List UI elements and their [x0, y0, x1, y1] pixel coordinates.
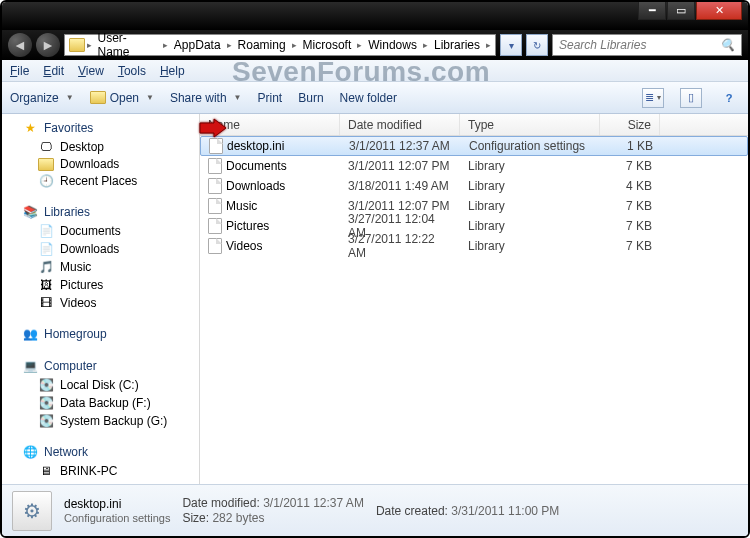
breadcrumb-segment[interactable]: Libraries: [430, 38, 484, 52]
file-row[interactable]: desktop.ini3/1/2011 12:37 AMConfiguratio…: [200, 136, 748, 156]
file-icon: [208, 238, 222, 254]
sidebar-item-downloads[interactable]: Downloads: [2, 156, 199, 172]
details-modified-label: Date modified:: [182, 496, 259, 510]
menu-view[interactable]: View: [78, 64, 104, 78]
open-button[interactable]: Open▼: [90, 91, 154, 105]
column-type[interactable]: Type: [460, 114, 600, 135]
command-bar: Organize▼ Open▼ Share with▼ Print Burn N…: [2, 82, 748, 114]
column-size[interactable]: Size: [600, 114, 660, 135]
file-row[interactable]: Videos3/27/2011 12:22 AMLibrary7 KB: [200, 236, 748, 256]
column-headers: Name Date modified Type Size: [200, 114, 748, 136]
refresh-button[interactable]: ↻: [526, 34, 548, 56]
file-row[interactable]: Downloads3/18/2011 1:49 AMLibrary4 KB: [200, 176, 748, 196]
details-filetype: Configuration settings: [64, 512, 170, 524]
document-icon: 📄: [38, 241, 54, 257]
chevron-right-icon[interactable]: ▸: [227, 40, 232, 50]
menu-file[interactable]: File: [10, 64, 29, 78]
drive-icon: 💽: [38, 377, 54, 393]
sidebar-item-pictures[interactable]: 🖼Pictures: [2, 276, 199, 294]
file-size: 7 KB: [600, 159, 660, 173]
menu-help[interactable]: Help: [160, 64, 185, 78]
column-name[interactable]: Name: [200, 114, 340, 135]
file-list-pane: Name Date modified Type Size desktop.ini…: [200, 114, 748, 484]
sidebar-homegroup[interactable]: 👥Homegroup: [2, 324, 199, 344]
help-button[interactable]: ?: [718, 88, 740, 108]
sidebar-favorites[interactable]: ★Favorites: [2, 118, 199, 138]
file-type: Library: [460, 179, 600, 193]
print-button[interactable]: Print: [258, 91, 283, 105]
chevron-right-icon[interactable]: ▸: [87, 40, 92, 50]
preview-pane-button[interactable]: ▯: [680, 88, 702, 108]
drive-icon: 💽: [38, 395, 54, 411]
file-date: 3/1/2011 12:37 AM: [341, 139, 461, 153]
breadcrumb-segment[interactable]: Roaming: [234, 38, 290, 52]
file-type: Library: [460, 219, 600, 233]
chevron-right-icon[interactable]: ▸: [357, 40, 362, 50]
sidebar-item-music[interactable]: 🎵Music: [2, 258, 199, 276]
file-name: Documents: [226, 159, 287, 173]
sidebar-item-drive-f[interactable]: 💽Data Backup (F:): [2, 394, 199, 412]
file-row[interactable]: Music3/1/2011 12:07 PMLibrary7 KB: [200, 196, 748, 216]
forward-button[interactable]: ►: [36, 33, 60, 57]
file-size: 7 KB: [600, 239, 660, 253]
breadcrumb-segment[interactable]: Microsoft: [299, 38, 356, 52]
sidebar-item-documents[interactable]: 📄Documents: [2, 222, 199, 240]
file-icon: [208, 158, 222, 174]
maximize-button[interactable]: ▭: [667, 2, 695, 20]
back-button[interactable]: ◄: [8, 33, 32, 57]
file-icon: [208, 218, 222, 234]
chevron-right-icon[interactable]: ▸: [163, 40, 168, 50]
view-options-button[interactable]: ≣ ▾: [642, 88, 664, 108]
sidebar-network[interactable]: 🌐Network: [2, 442, 199, 462]
menu-tools[interactable]: Tools: [118, 64, 146, 78]
file-row[interactable]: Pictures3/27/2011 12:04 AMLibrary7 KB: [200, 216, 748, 236]
document-icon: 📄: [38, 223, 54, 239]
file-type: Library: [460, 159, 600, 173]
file-name: Downloads: [226, 179, 285, 193]
file-name: Videos: [226, 239, 262, 253]
breadcrumb-segment[interactable]: User-Name: [94, 31, 161, 59]
sidebar-item-network-pc[interactable]: 🖥BRINK-PC: [2, 462, 199, 480]
address-bar[interactable]: ▸ User-Name ▸ AppData ▸ Roaming ▸ Micros…: [64, 34, 496, 56]
search-input[interactable]: Search Libraries 🔍: [552, 34, 742, 56]
minimize-button[interactable]: ━: [638, 2, 666, 20]
file-size: 1 KB: [601, 139, 661, 153]
file-date: 3/1/2011 12:07 PM: [340, 199, 460, 213]
sidebar-item-drive-c[interactable]: 💽Local Disk (C:): [2, 376, 199, 394]
folder-icon: [38, 158, 54, 171]
music-icon: 🎵: [38, 259, 54, 275]
new-folder-button[interactable]: New folder: [340, 91, 397, 105]
breadcrumb-segment[interactable]: AppData: [170, 38, 225, 52]
file-rows: desktop.ini3/1/2011 12:37 AMConfiguratio…: [200, 136, 748, 484]
sidebar-computer[interactable]: 💻Computer: [2, 356, 199, 376]
search-placeholder: Search Libraries: [559, 38, 646, 52]
details-size: 282 bytes: [212, 511, 264, 525]
chevron-right-icon[interactable]: ▸: [423, 40, 428, 50]
details-filename: desktop.ini: [64, 497, 170, 511]
burn-button[interactable]: Burn: [298, 91, 323, 105]
menu-edit[interactable]: Edit: [43, 64, 64, 78]
network-icon: 🌐: [22, 444, 38, 460]
sidebar-item-videos[interactable]: 🎞Videos: [2, 294, 199, 312]
breadcrumb-segment[interactable]: Windows: [364, 38, 421, 52]
file-row[interactable]: Documents3/1/2011 12:07 PMLibrary7 KB: [200, 156, 748, 176]
chevron-right-icon[interactable]: ▸: [292, 40, 297, 50]
search-icon: 🔍: [720, 38, 735, 52]
sidebar-libraries[interactable]: 📚Libraries: [2, 202, 199, 222]
pictures-icon: 🖼: [38, 277, 54, 293]
sidebar-item-drive-g[interactable]: 💽System Backup (G:): [2, 412, 199, 430]
file-type: Library: [460, 199, 600, 213]
close-button[interactable]: ✕: [696, 2, 742, 20]
videos-icon: 🎞: [38, 295, 54, 311]
sidebar-item-recent[interactable]: 🕘Recent Places: [2, 172, 199, 190]
share-with-button[interactable]: Share with▼: [170, 91, 242, 105]
chevron-right-icon[interactable]: ▸: [486, 40, 491, 50]
details-modified: 3/1/2011 12:37 AM: [263, 496, 364, 510]
organize-button[interactable]: Organize▼: [10, 91, 74, 105]
menu-bar: File Edit View Tools Help SevenForums.co…: [2, 60, 748, 82]
history-dropdown-button[interactable]: ▾: [500, 34, 522, 56]
sidebar-item-lib-downloads[interactable]: 📄Downloads: [2, 240, 199, 258]
folder-icon: [69, 38, 85, 52]
column-date[interactable]: Date modified: [340, 114, 460, 135]
sidebar-item-desktop[interactable]: 🖵Desktop: [2, 138, 199, 156]
